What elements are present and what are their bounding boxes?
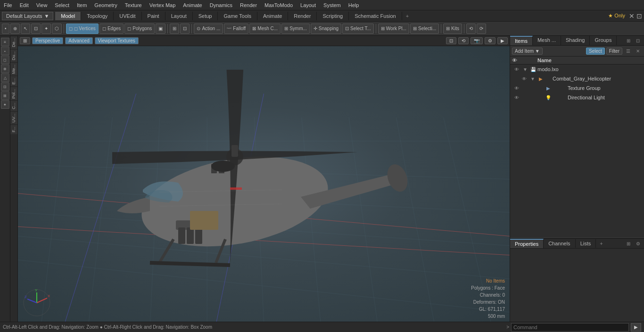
filter-btn[interactable]: Filter xyxy=(606,48,622,55)
tab-model[interactable]: Model xyxy=(55,12,81,20)
props-expand-icon[interactable]: ⊞ xyxy=(624,239,633,248)
command-input[interactable] xyxy=(511,323,629,332)
eye-icon-root[interactable]: 👁 xyxy=(512,67,521,72)
tab-properties[interactable]: Properties xyxy=(510,239,544,248)
polygons-btn[interactable]: ◻ Polygons xyxy=(124,24,155,34)
tree-row-light[interactable]: 👁 💡 Directional Light xyxy=(510,93,644,102)
item-settings-icon[interactable]: ☰ xyxy=(624,47,632,55)
menu-item[interactable]: Item xyxy=(73,1,91,9)
select-rect-btn[interactable]: ⊡ xyxy=(31,24,41,34)
tab-setup[interactable]: Setup xyxy=(193,12,218,20)
selection-btn[interactable]: ⊞Selecti... xyxy=(410,24,439,34)
tab-topology[interactable]: Topology xyxy=(81,12,114,20)
viewport[interactable]: ⊞ Perspective Advanced Viewport Textures… xyxy=(18,36,510,322)
tab-add-prop[interactable]: + xyxy=(596,239,606,248)
layout-dropdown[interactable]: Default Layouts ▼ xyxy=(2,12,53,20)
edges-btn[interactable]: ◻ Edges xyxy=(99,24,124,34)
vp-settings-btn[interactable]: ⚙ xyxy=(485,37,495,44)
tab-add-button[interactable]: + xyxy=(402,12,413,20)
sidebar-btn-5[interactable]: ⊡ xyxy=(1,82,9,91)
tab-gametools[interactable]: Game Tools xyxy=(218,12,257,20)
viewport-canvas[interactable]: No Items Polygons : Face Channels: 0 Def… xyxy=(18,46,510,322)
sidebar-btn-6[interactable]: ⊞ xyxy=(1,91,9,100)
advanced-btn[interactable]: Advanced xyxy=(65,37,92,44)
left-label-3[interactable]: Me... xyxy=(10,62,17,76)
tab-layout[interactable]: Layout xyxy=(165,12,193,20)
view2-btn[interactable]: ⊡ xyxy=(180,24,190,34)
tab-groups[interactable]: Groups xyxy=(590,36,617,45)
arrow-tool-btn[interactable]: ↖ xyxy=(21,24,30,34)
star-only-button[interactable]: ★ Only xyxy=(606,12,627,20)
menu-view[interactable]: View xyxy=(33,1,51,9)
viewport-corner-btn[interactable]: ⊞ xyxy=(20,37,30,44)
menu-animate[interactable]: Animate xyxy=(179,1,206,9)
mesh-btn[interactable]: ⊠Mesh C... xyxy=(249,24,281,34)
action-btn[interactable]: ⊙Action ... xyxy=(194,24,223,34)
snapshot-btn[interactable]: 📷 xyxy=(471,37,483,44)
vp-expand-btn[interactable]: ▶ xyxy=(497,37,508,44)
perspective-btn[interactable]: Perspective xyxy=(32,37,63,44)
menu-vertexmap[interactable]: Vertex Map xyxy=(146,1,180,9)
left-label-4[interactable]: E... xyxy=(10,76,17,87)
maximize-icon[interactable]: ⊡ xyxy=(636,12,642,20)
sidebar-btn-1[interactable]: • xyxy=(1,47,9,55)
menu-select[interactable]: Select xyxy=(51,1,73,9)
tree-row-texture[interactable]: 👁 ▶ Texture Group xyxy=(510,83,644,93)
tab-render[interactable]: Render xyxy=(288,12,317,20)
snapping-btn[interactable]: ✛Snapping xyxy=(311,24,341,34)
tab-schematic[interactable]: Schematic Fusion xyxy=(349,12,402,20)
workplane-btn[interactable]: ⊞Work Pl... xyxy=(378,24,409,34)
menu-dynamics[interactable]: Dynamics xyxy=(206,1,236,9)
menu-layout[interactable]: Layout xyxy=(297,1,320,9)
reset-vp-btn[interactable]: ⟲ xyxy=(458,37,469,44)
tree-row-heli[interactable]: 👁 ▼ ▶ Combat_Gray_Helicopter xyxy=(510,74,644,83)
props-settings-icon[interactable]: ⚙ xyxy=(634,239,642,248)
menu-texture[interactable]: Texture xyxy=(121,1,146,9)
item-close-icon[interactable]: ✕ xyxy=(634,47,642,55)
sidebar-btn-2[interactable]: ◻ xyxy=(1,56,9,64)
eye-icon-heli[interactable]: 👁 xyxy=(520,76,529,81)
eye-icon-light[interactable]: 👁 xyxy=(512,95,521,100)
falloff-btn[interactable]: 〰Falloff xyxy=(224,24,248,34)
menu-render[interactable]: Render xyxy=(236,1,261,9)
collapse-icon[interactable]: ⊡ xyxy=(634,36,642,45)
undo-btn[interactable]: ⟲ xyxy=(466,24,476,34)
eye-icon-texture[interactable]: 👁 xyxy=(512,86,521,91)
menu-help[interactable]: Help xyxy=(345,1,363,9)
sidebar-btn-7[interactable]: ✦ xyxy=(1,100,9,109)
tab-scripting[interactable]: Scripting xyxy=(317,12,349,20)
star-tool-btn[interactable]: ✦ xyxy=(41,24,51,34)
maximize-vp-btn[interactable]: ⊡ xyxy=(446,37,456,44)
grid-display-btn[interactable]: ⊞ xyxy=(170,24,179,34)
left-label-5[interactable]: Pol... xyxy=(10,87,17,101)
menu-maxtomodo[interactable]: MaxToModo xyxy=(261,1,297,9)
left-label-8[interactable]: F... xyxy=(10,124,17,134)
tab-mesh[interactable]: Mesh ... xyxy=(533,36,561,45)
left-label-7[interactable]: UV... xyxy=(10,111,17,124)
menu-file[interactable]: File xyxy=(0,1,16,9)
mode-btn[interactable]: ▣ xyxy=(156,24,165,34)
tab-channels[interactable]: Channels xyxy=(544,239,575,248)
left-label-6[interactable]: C... xyxy=(10,100,17,111)
tab-animate[interactable]: Animate xyxy=(257,12,288,20)
symm-btn[interactable]: ⊞Symm... xyxy=(281,24,310,34)
menu-edit[interactable]: Edit xyxy=(16,1,33,9)
redo-btn[interactable]: ⟳ xyxy=(477,24,486,34)
tab-items[interactable]: Items xyxy=(510,36,533,45)
sidebar-btn-4[interactable]: △ xyxy=(1,73,9,82)
expand-icon-heli[interactable]: ▼ xyxy=(529,76,537,81)
menu-geometry[interactable]: Geometry xyxy=(91,1,121,9)
tab-uvedit[interactable]: UVEdit xyxy=(114,12,141,20)
texture-btn[interactable]: Viewport Textures xyxy=(95,37,139,44)
run-command-btn[interactable]: ▶ xyxy=(631,323,641,332)
select-btn[interactable]: Select xyxy=(586,48,605,55)
vertices-btn[interactable]: ◻ ◻ Vertices xyxy=(66,24,99,34)
left-label-1[interactable]: De... xyxy=(10,36,17,49)
close-icon[interactable]: ✕ xyxy=(629,12,635,20)
circle-tool-btn[interactable]: ⊕ xyxy=(10,24,20,34)
tab-shading[interactable]: Shading xyxy=(561,36,590,45)
select-tool-btn[interactable]: ⊡Select T... xyxy=(342,24,374,34)
tree-row-root[interactable]: 👁 ▼ 💾 modo.lxo xyxy=(510,65,644,74)
expand-icon[interactable]: ⊞ xyxy=(624,36,633,45)
tab-lists[interactable]: Lists xyxy=(576,239,596,248)
